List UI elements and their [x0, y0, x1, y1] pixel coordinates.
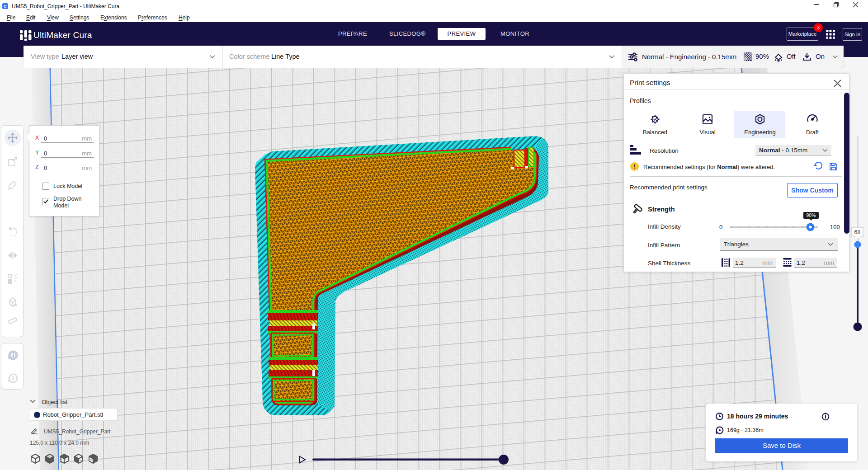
- svg-text:68: 68: [854, 229, 861, 235]
- svg-text:i: i: [825, 415, 826, 419]
- svg-text:1: 1: [12, 352, 14, 358]
- svg-text:2: 2: [12, 376, 14, 381]
- svg-text:C: C: [4, 4, 7, 9]
